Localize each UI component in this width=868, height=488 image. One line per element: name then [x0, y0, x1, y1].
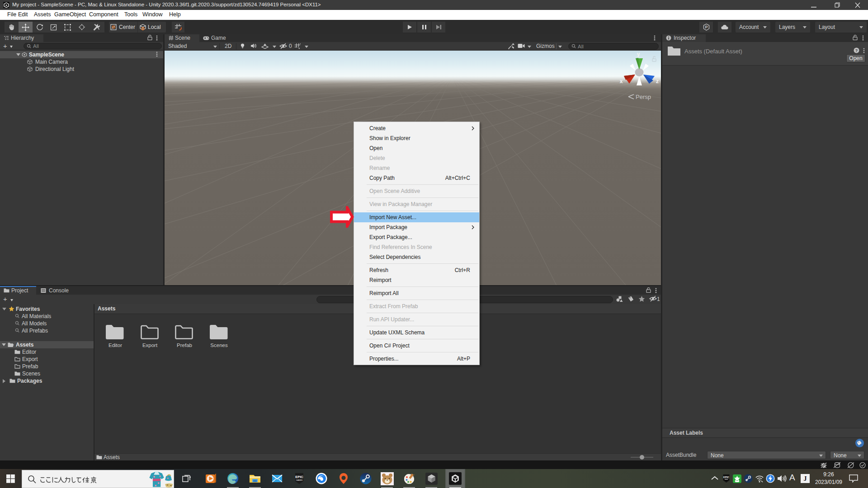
svg-text:EPIC: EPIC — [723, 476, 729, 479]
svg-text:y: y — [637, 51, 640, 57]
svg-text:z: z — [656, 78, 659, 84]
svg-text:EPIC: EPIC — [295, 475, 303, 479]
svg-text:GAMES: GAMES — [296, 479, 303, 481]
svg-text:P: P — [705, 25, 708, 29]
svg-text:x: x — [620, 78, 623, 84]
svg-text:?: ? — [855, 48, 858, 53]
svg-text:Persp: Persp — [636, 94, 651, 100]
svg-text:J: J — [804, 475, 807, 482]
